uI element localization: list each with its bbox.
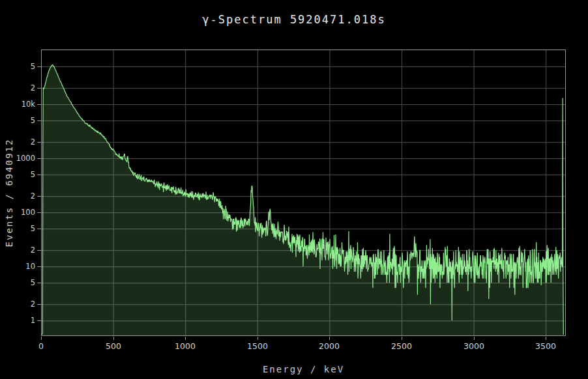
y-tick-label: 10k — [0, 100, 35, 109]
chart-title: γ-Spectrum 5920471.018s — [0, 13, 588, 26]
y-tick-mark — [37, 212, 41, 213]
y-tick-mark — [37, 88, 41, 89]
y-tick-mark — [37, 104, 41, 105]
y-tick-mark — [37, 283, 41, 283]
y-tick-mark — [37, 266, 41, 267]
y-tick-mark — [37, 229, 41, 229]
y-tick-mark — [37, 66, 41, 67]
gamma-spectrum-chart: γ-Spectrum 5920471.018s 5210k52100052100… — [0, 0, 588, 379]
y-tick-mark — [37, 142, 41, 143]
y-tick-mark — [37, 196, 41, 197]
y-tick-label: 5 — [0, 62, 35, 71]
x-tick-label: 500 — [91, 341, 136, 351]
y-tick-label: 2 — [0, 300, 35, 309]
y-tick-label: 2 — [0, 83, 35, 92]
y-tick-mark — [37, 304, 41, 305]
x-tick-mark — [546, 337, 546, 340]
x-tick-mark — [329, 337, 330, 340]
y-tick-mark — [37, 250, 41, 251]
x-tick-label: 2000 — [306, 341, 352, 351]
x-tick-label: 2500 — [379, 341, 424, 351]
spectrum-area-fill — [42, 64, 563, 336]
y-axis-title: Events / 6940912 — [4, 139, 14, 247]
y-tick-mark — [37, 120, 41, 121]
y-tick-label: 1 — [0, 316, 35, 325]
y-tick-label: 5 — [0, 116, 35, 125]
x-tick-mark — [474, 337, 475, 340]
y-tick-mark — [37, 320, 41, 321]
x-tick-label: 0 — [18, 341, 64, 351]
x-tick-mark — [257, 337, 258, 340]
x-tick-mark — [402, 337, 402, 340]
x-axis-title: Energy / keV — [41, 364, 566, 374]
x-tick-label: 1500 — [235, 341, 280, 351]
y-tick-label: 5 — [0, 278, 35, 287]
x-tick-mark — [113, 337, 114, 340]
x-tick-label: 3000 — [451, 341, 497, 351]
y-tick-mark — [37, 175, 41, 175]
x-tick-label: 1000 — [162, 341, 208, 351]
x-tick-mark — [185, 337, 186, 340]
y-tick-label: 10 — [0, 262, 35, 271]
x-tick-label: 3500 — [523, 341, 568, 351]
spectrum-plot[interactable] — [41, 49, 566, 336]
x-tick-mark — [41, 337, 42, 340]
y-tick-mark — [37, 158, 41, 159]
